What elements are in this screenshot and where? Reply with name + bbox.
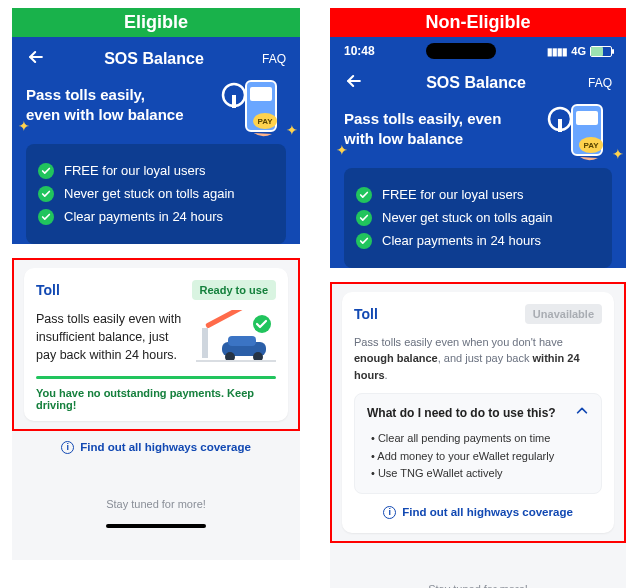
nav-bar: SOS Balance FAQ — [330, 61, 626, 103]
hero-title: Pass tolls easily, even with low balance — [26, 85, 211, 126]
status-time: 10:48 — [344, 44, 375, 58]
coverage-link-row[interactable]: i Find out all highways coverage — [354, 494, 602, 523]
svg-rect-6 — [202, 328, 208, 358]
benefits-box: FREE for our loyal users Never get stuck… — [344, 168, 612, 268]
coverage-link-text: Find out all highways coverage — [80, 441, 251, 453]
svg-text:PAY: PAY — [583, 141, 599, 150]
stay-tuned-text: Stay tuned for more! — [330, 543, 626, 588]
benefit-text: Never get stuck on tolls again — [64, 186, 235, 201]
back-arrow-icon[interactable] — [26, 47, 46, 71]
toll-card[interactable]: Toll Ready to use Pass tolls easily even… — [24, 268, 288, 421]
status-badge-ready: Ready to use — [192, 280, 276, 300]
sparkle-icon: ✦ — [336, 142, 348, 158]
list-item: Use TNG eWallet actively — [371, 465, 589, 483]
hero-section: Pass tolls easily, even with low balance… — [12, 79, 300, 138]
panel-non-eligible: Non-Eligible 10:48 ▮▮▮▮ 4G SOS Balance F… — [330, 8, 626, 588]
below-fold-non-eligible: Toll Unavailable Pass tolls easily even … — [330, 282, 626, 589]
requirements-toggle[interactable]: What do I need to do to use this? — [367, 404, 589, 422]
requirements-panel: What do I need to do to use this? Clear … — [354, 393, 602, 494]
phone-screen-eligible: SOS Balance FAQ Pass tolls easily, even … — [12, 37, 300, 244]
stay-tuned-text: Stay tuned for more! — [12, 458, 300, 524]
check-icon — [356, 210, 372, 226]
check-icon — [38, 209, 54, 225]
benefit-item: Clear payments in 24 hours — [356, 233, 600, 249]
banner-eligible: Eligible — [12, 8, 300, 37]
requirements-list: Clear all pending payments on time Add m… — [367, 430, 589, 483]
check-icon — [356, 233, 372, 249]
back-arrow-icon[interactable] — [344, 71, 364, 95]
info-icon: i — [383, 506, 396, 519]
progress-bar — [36, 376, 276, 379]
svg-text:PAY: PAY — [257, 117, 273, 126]
check-icon — [38, 163, 54, 179]
no-outstanding-message: You have no outstanding payments. Keep d… — [36, 387, 276, 411]
signal-icon: ▮▮▮▮ — [547, 46, 567, 57]
svg-rect-17 — [558, 119, 562, 132]
toll-gate-car-icon — [196, 310, 276, 366]
toll-card-desc: Pass tolls easily even when you don't ha… — [354, 334, 602, 384]
nav-title: SOS Balance — [426, 74, 526, 92]
sparkle-icon: ✦ — [286, 122, 298, 138]
sparkle-icon: ✦ — [18, 118, 30, 134]
nav-bar: SOS Balance FAQ — [12, 37, 300, 79]
toll-card-non-eligible-highlight: Toll Unavailable Pass tolls easily even … — [330, 282, 626, 543]
nav-title: SOS Balance — [104, 50, 204, 68]
benefit-text: FREE for our loyal users — [382, 187, 524, 202]
banner-non-eligible: Non-Eligible — [330, 8, 626, 37]
faq-link[interactable]: FAQ — [588, 76, 612, 90]
list-item: Clear all pending payments on time — [371, 430, 589, 448]
dynamic-island — [426, 43, 496, 59]
benefit-item: Never get stuck on tolls again — [356, 210, 600, 226]
panel-eligible: Eligible SOS Balance FAQ Pass tolls easi… — [12, 8, 300, 560]
phone-screen-non-eligible: 10:48 ▮▮▮▮ 4G SOS Balance FAQ Pass tolls… — [330, 37, 626, 268]
svg-rect-13 — [196, 360, 276, 362]
hero-phone-pay-icon: PAY — [544, 99, 616, 169]
toll-card-title: Toll — [36, 282, 60, 298]
battery-icon — [590, 46, 612, 57]
status-bar: 10:48 ▮▮▮▮ 4G — [330, 37, 626, 61]
coverage-link-text: Find out all highways coverage — [402, 506, 573, 518]
list-item: Add money to your eWallet regularly — [371, 448, 589, 466]
hero-section: Pass tolls easily, even with low balance… — [330, 103, 626, 162]
faq-link[interactable]: FAQ — [262, 52, 286, 66]
home-indicator[interactable] — [106, 524, 206, 528]
benefit-text: Clear payments in 24 hours — [382, 233, 541, 248]
benefit-item: Clear payments in 24 hours — [38, 209, 274, 225]
info-icon: i — [61, 441, 74, 454]
benefit-item: FREE for our loyal users — [356, 187, 600, 203]
svg-rect-3 — [232, 95, 236, 108]
svg-rect-15 — [576, 111, 598, 125]
benefits-box: FREE for our loyal users Never get stuck… — [26, 144, 286, 244]
benefit-text: Never get stuck on tolls again — [382, 210, 553, 225]
toll-card-text: Pass tolls easily even with insufficient… — [36, 310, 188, 366]
toll-card[interactable]: Toll Unavailable Pass tolls easily even … — [342, 292, 614, 533]
requirements-title: What do I need to do to use this? — [367, 406, 556, 420]
svg-rect-7 — [205, 310, 251, 329]
below-fold-eligible: Toll Ready to use Pass tolls easily even… — [12, 258, 300, 560]
svg-rect-1 — [250, 87, 272, 101]
chevron-up-icon — [575, 404, 589, 422]
benefit-text: Clear payments in 24 hours — [64, 209, 223, 224]
network-label: 4G — [571, 45, 586, 57]
check-icon — [356, 187, 372, 203]
benefit-item: FREE for our loyal users — [38, 163, 274, 179]
toll-card-eligible-highlight: Toll Ready to use Pass tolls easily even… — [12, 258, 300, 431]
benefit-item: Never get stuck on tolls again — [38, 186, 274, 202]
hero-phone-pay-icon: PAY — [218, 75, 290, 145]
toll-card-title: Toll — [354, 306, 378, 322]
coverage-link-row[interactable]: i Find out all highways coverage — [12, 431, 300, 458]
benefit-text: FREE for our loyal users — [64, 163, 206, 178]
check-icon — [38, 186, 54, 202]
status-badge-unavailable: Unavailable — [525, 304, 602, 324]
hero-title: Pass tolls easily, even with low balance — [344, 109, 529, 150]
svg-rect-10 — [228, 336, 256, 346]
sparkle-icon: ✦ — [612, 146, 624, 162]
